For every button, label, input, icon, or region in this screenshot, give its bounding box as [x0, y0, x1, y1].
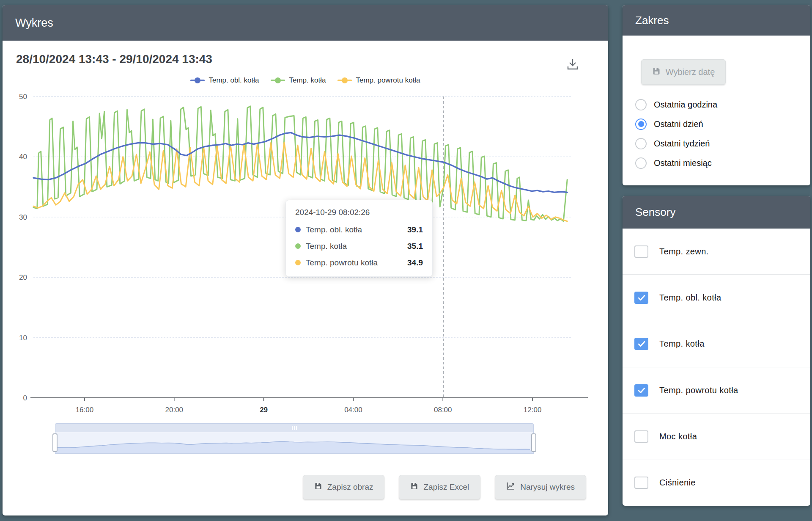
sensor-moc-kotla[interactable]: Moc kotła [623, 413, 810, 460]
save-image-button[interactable]: Zapisz obraz [303, 475, 385, 499]
svg-text:50: 50 [19, 93, 27, 101]
checkbox-icon [634, 384, 648, 397]
chart-actions: Zapisz obraz Zapisz Excel Narysuj wykres [303, 475, 586, 499]
svg-text:29: 29 [260, 406, 268, 414]
sensor-list: Temp. zewn. Temp. obl. kotła Temp. kotła… [623, 229, 810, 506]
floppy-disk-icon [410, 482, 418, 492]
save-excel-button[interactable]: Zapisz Excel [399, 475, 480, 499]
datazoom-navigator[interactable] [55, 423, 534, 454]
svg-text:16:00: 16:00 [76, 406, 94, 414]
series-dot-yellow [295, 260, 301, 265]
sensor-temp-obl-kotla[interactable]: Temp. obl. kotła [623, 275, 810, 321]
line-chart-icon [506, 482, 515, 493]
sensor-temp-powrotu-kotla[interactable]: Temp. powrotu kotła [623, 367, 810, 413]
radio-icon [635, 99, 647, 110]
series-dot-green [295, 243, 301, 249]
svg-text:20:00: 20:00 [165, 406, 183, 414]
svg-text:0: 0 [23, 394, 27, 402]
checkbox-icon [634, 477, 648, 489]
svg-text:12:00: 12:00 [524, 406, 542, 414]
checkbox-icon [634, 338, 648, 350]
sensors-card-title: Sensory [635, 206, 675, 219]
legend-label: Temp. obl. kotła [208, 76, 259, 85]
chart-card: Wykres 28/10/2024 13:43 - 29/10/2024 13:… [3, 5, 608, 515]
download-icon[interactable] [564, 57, 581, 72]
radio-icon [635, 157, 647, 169]
svg-text:20: 20 [19, 273, 27, 281]
legend-label: Temp. powrotu kotła [356, 76, 420, 85]
sensor-temp-zewn[interactable]: Temp. zewn. [623, 229, 810, 275]
sensor-temp-kotla[interactable]: Temp. kotła [623, 321, 810, 367]
checkbox-icon [634, 245, 648, 258]
svg-text:40: 40 [19, 153, 27, 161]
checkbox-icon [634, 292, 648, 304]
radio-last-day[interactable]: Ostatni dzień [635, 114, 802, 134]
navigator-left-handle[interactable] [52, 433, 58, 452]
sensor-cisnienie[interactable]: Ciśnienie [623, 460, 810, 506]
svg-text:08:00: 08:00 [434, 406, 452, 414]
radio-last-week[interactable]: Ostatni tydzień [635, 134, 802, 153]
floppy-disk-icon [652, 67, 661, 77]
range-card-header: Zakres [623, 5, 810, 36]
tooltip-row: Temp. obl. kotła 39.1 [295, 221, 423, 238]
legend-marker-blue [190, 77, 205, 83]
navigator-right-handle[interactable] [531, 433, 536, 452]
checkbox-icon [634, 430, 648, 443]
radio-last-month[interactable]: Ostatni miesiąc [635, 153, 802, 173]
chart-legend: Temp. obl. kotła Temp. kotła Temp. powro… [3, 76, 608, 85]
legend-marker-yellow [337, 77, 352, 83]
radio-icon [635, 119, 647, 130]
svg-text:10: 10 [19, 334, 27, 342]
date-range-title: 28/10/2024 13:43 - 29/10/2024 13:43 [16, 52, 212, 66]
series-dot-blue [295, 227, 301, 232]
navigator-drag-bar[interactable] [55, 423, 534, 432]
legend-label: Temp. kotła [289, 76, 326, 85]
navigator-minimap[interactable] [55, 432, 534, 454]
navigator-grip-icon[interactable] [292, 426, 297, 430]
svg-text:04:00: 04:00 [344, 406, 362, 414]
svg-text:30: 30 [19, 213, 27, 221]
chart-card-title: Wykres [15, 17, 53, 30]
choose-date-button[interactable]: Wybierz datę [641, 59, 726, 85]
chart-card-header: Wykres [3, 5, 608, 41]
draw-chart-button[interactable]: Narysuj wykres [495, 475, 586, 499]
tooltip-row: Temp. powrotu kotła 34.9 [295, 254, 423, 271]
radio-last-hour[interactable]: Ostatnia godzina [635, 95, 802, 114]
floppy-disk-icon [314, 482, 322, 492]
legend-item-temp-kotla[interactable]: Temp. kotła [271, 76, 326, 85]
tooltip-row: Temp. kotła 35.1 [295, 238, 423, 254]
legend-marker-green [271, 77, 285, 83]
legend-item-temp-obl-kotla[interactable]: Temp. obl. kotła [190, 76, 259, 85]
chart-tooltip: 2024-10-29 08:02:26 Temp. obl. kotła 39.… [285, 200, 433, 277]
legend-item-temp-powrotu-kotla[interactable]: Temp. powrotu kotła [337, 76, 420, 85]
sensors-card-header: Sensory [623, 196, 810, 229]
range-card-title: Zakres [635, 14, 669, 27]
radio-icon [635, 138, 647, 149]
tooltip-timestamp: 2024-10-29 08:02:26 [295, 208, 423, 217]
sensors-card: Sensory Temp. zewn. Temp. obl. kotła Tem… [623, 196, 810, 506]
range-options: Ostatnia godzina Ostatni dzień Ostatni t… [635, 95, 802, 173]
range-card: Zakres Wybierz datę Ostatnia godzina Ost… [623, 5, 810, 185]
